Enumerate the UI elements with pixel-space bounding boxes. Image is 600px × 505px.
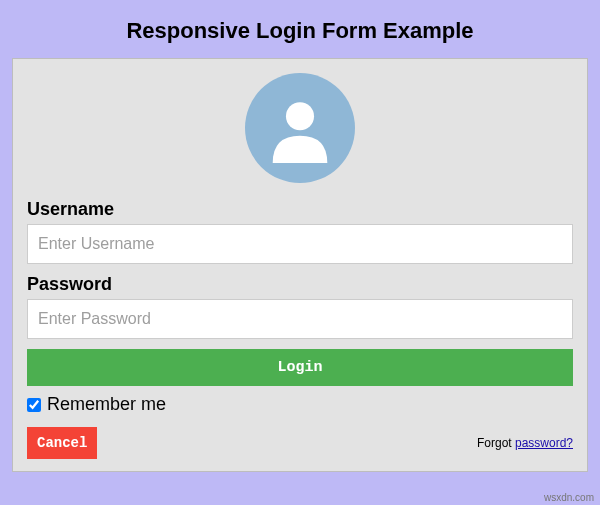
bottom-row: Cancel Forgot password? [27,427,573,459]
avatar-icon [245,73,355,183]
remember-label: Remember me [47,394,166,415]
avatar-wrap [27,69,573,199]
login-form: Username Password Login Remember me Canc… [12,58,588,472]
forgot-text: Forgot password? [477,436,573,450]
username-label: Username [27,199,573,220]
svg-point-0 [286,102,314,130]
page-title: Responsive Login Form Example [12,8,588,58]
username-input[interactable] [27,224,573,264]
remember-checkbox[interactable] [27,398,41,412]
remember-row: Remember me [27,394,573,415]
forgot-prefix: Forgot [477,436,515,450]
password-label: Password [27,274,573,295]
password-input[interactable] [27,299,573,339]
watermark: wsxdn.com [544,492,594,503]
cancel-button[interactable]: Cancel [27,427,97,459]
login-button[interactable]: Login [27,349,573,386]
forgot-password-link[interactable]: password? [515,436,573,450]
